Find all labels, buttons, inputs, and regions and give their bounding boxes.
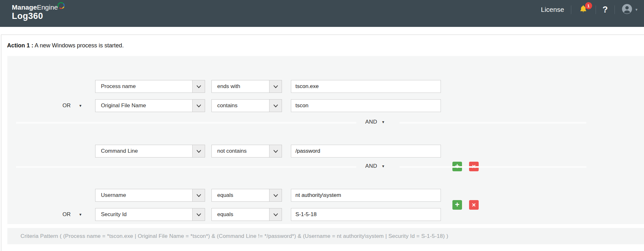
field-select-value: Process name: [95, 83, 136, 90]
field-select-value: Security Id: [95, 211, 127, 218]
header-separator: [615, 5, 615, 14]
top-navbar: ManageEngine Log360 License: [0, 0, 644, 27]
field-select-value: Username: [95, 192, 126, 198]
group-divider-line: [16, 166, 356, 168]
chevron-down-icon[interactable]: [192, 208, 205, 221]
field-select[interactable]: Process name: [95, 80, 205, 93]
group-divider-line: [400, 122, 586, 124]
chevron-down-icon: ▼: [79, 213, 82, 216]
value-input[interactable]: [291, 80, 441, 93]
criteria-row: OR ▼ Security Id equals + ✕: [0, 208, 644, 221]
group-operator-value: AND: [365, 119, 377, 125]
chevron-down-icon[interactable]: [192, 80, 205, 93]
criteria-pattern-bar: Criteria Pattern ( (Process name = *tsco…: [7, 228, 644, 244]
chevron-down-icon: ▼: [381, 120, 385, 124]
criteria-row: Process name ends with + ✕: [0, 80, 644, 93]
chevron-down-icon: ▼: [381, 164, 385, 168]
condition-select-value: not contains: [212, 148, 247, 154]
chevron-down-icon[interactable]: [269, 208, 282, 221]
header-separator: [596, 5, 596, 14]
action-title: Action 1 : A new Windows process is star…: [7, 42, 124, 49]
brand-manageengine: ManageEngine: [12, 4, 65, 11]
condition-select-value: equals: [212, 192, 233, 198]
chevron-down-icon[interactable]: [192, 145, 205, 157]
criteria-row: Username equals + ✕: [0, 189, 644, 202]
group-divider-line: [400, 166, 586, 168]
chevron-down-icon: ▼: [635, 8, 638, 12]
brand-logo[interactable]: ManageEngine Log360: [12, 4, 65, 21]
row-operator-value: OR: [62, 211, 71, 218]
condition-select-value: ends with: [212, 83, 240, 90]
chevron-down-icon[interactable]: [192, 189, 205, 201]
chevron-down-icon: ▼: [79, 104, 82, 108]
field-select[interactable]: Security Id: [95, 208, 205, 221]
action-label: Action 1 :: [7, 42, 33, 49]
chevron-down-icon[interactable]: [269, 100, 282, 112]
value-input[interactable]: [291, 208, 441, 221]
value-input[interactable]: [291, 189, 441, 202]
header-separator: [571, 5, 571, 14]
value-input[interactable]: [291, 145, 441, 158]
notification-count-badge: 1: [585, 2, 592, 9]
field-select[interactable]: Command Line: [95, 145, 205, 158]
criteria-row: Command Line not contains +: [0, 145, 644, 158]
criteria-row: OR ▼ Original File Name contains + ✕: [0, 99, 644, 112]
condition-select-value: contains: [212, 102, 237, 109]
chevron-down-icon[interactable]: [269, 145, 282, 157]
user-avatar-icon: [622, 4, 632, 16]
condition-select[interactable]: equals: [211, 189, 282, 202]
condition-select[interactable]: ends with: [211, 80, 282, 93]
chevron-down-icon[interactable]: [192, 100, 205, 112]
action-description: A new Windows process is started.: [33, 42, 124, 49]
value-input[interactable]: [291, 99, 441, 112]
license-link[interactable]: License: [541, 6, 564, 13]
brand-engine-text: Engine: [37, 4, 58, 11]
group-divider-line: [16, 122, 356, 124]
group-operator-value: AND: [365, 163, 377, 169]
row-operator-value: OR: [62, 102, 71, 109]
content-top-border: [1, 35, 644, 35]
condition-select[interactable]: not contains: [211, 145, 282, 158]
notifications-button[interactable]: 1: [578, 4, 589, 15]
field-select-value: Command Line: [95, 148, 138, 154]
field-select[interactable]: Username: [95, 189, 205, 202]
chevron-down-icon[interactable]: [269, 80, 282, 93]
group-operator-dropdown[interactable]: AND ▼: [365, 119, 385, 125]
chevron-down-icon[interactable]: [269, 189, 282, 201]
criteria-pattern-text: Criteria Pattern ( (Process name = *tsco…: [21, 233, 448, 239]
row-operator-dropdown[interactable]: OR ▼: [62, 208, 82, 221]
header-actions: License 1 ?: [541, 2, 638, 17]
condition-select[interactable]: equals: [211, 208, 282, 221]
field-select-value: Original File Name: [95, 102, 146, 109]
manageengine-swoosh-icon: [57, 1, 65, 11]
product-name: Log360: [12, 12, 65, 21]
help-button[interactable]: ?: [603, 5, 608, 15]
group-operator-dropdown[interactable]: AND ▼: [365, 163, 385, 169]
condition-select-value: equals: [212, 211, 233, 218]
field-select[interactable]: Original File Name: [95, 99, 205, 112]
page: ManageEngine Log360 License: [0, 0, 644, 251]
user-menu[interactable]: ▼: [622, 4, 638, 16]
condition-select[interactable]: contains: [211, 99, 282, 112]
row-operator-dropdown[interactable]: OR ▼: [62, 99, 82, 112]
brand-manage-text: Manage: [12, 4, 37, 11]
